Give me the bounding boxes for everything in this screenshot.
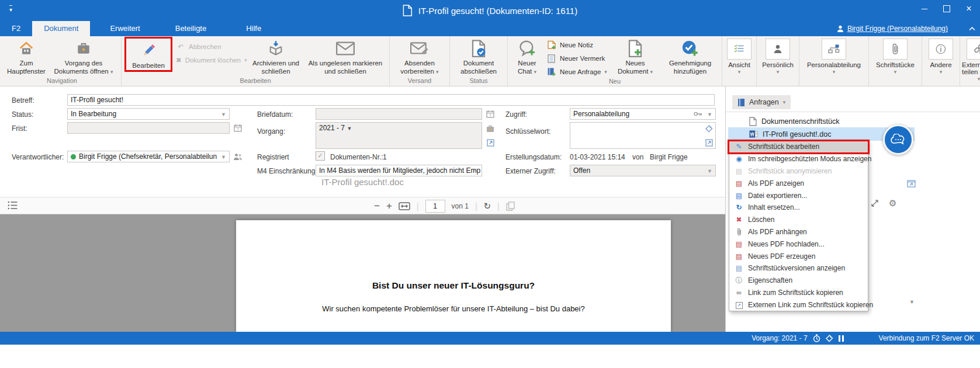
chevron-down-icon: ▾ bbox=[978, 76, 980, 82]
zum-hauptfenster-button[interactable]: Zum Hauptfenster bbox=[5, 36, 48, 75]
rotate-button[interactable]: ↻ bbox=[484, 201, 491, 211]
menu-item-neues-pdf-erzeugen[interactable]: ▤ Neues PDF erzeugen bbox=[729, 250, 868, 262]
ai-assistant-fab[interactable] bbox=[883, 124, 913, 155]
calendar-icon[interactable]: 7 bbox=[233, 123, 243, 133]
stopwatch-icon[interactable] bbox=[813, 334, 820, 342]
envelope-icon bbox=[336, 39, 355, 58]
menu-item-link-kopieren[interactable]: ∞ Link zum Schriftstück kopieren bbox=[729, 287, 868, 299]
current-user-link[interactable]: Birgit Frigge (Personalabteilung) bbox=[837, 25, 948, 33]
ansicht-button[interactable]: Ansicht ▾ bbox=[724, 36, 754, 75]
expand-preview-icon[interactable] bbox=[871, 199, 879, 207]
registriert-checkbox[interactable]: ✓ bbox=[316, 151, 325, 161]
vorgang-oeffnen-button[interactable]: Vorgang des Dokuments öffnen ▾ bbox=[48, 36, 119, 75]
neuer-chat-button[interactable]: Neuer Chat ▾ bbox=[510, 36, 545, 75]
panel-scroll-down-icon[interactable]: ▼ bbox=[909, 299, 915, 305]
minimize-button[interactable]: ─ bbox=[913, 0, 936, 18]
preview-settings-gear-icon[interactable]: ⚙ bbox=[889, 199, 896, 207]
tab-f2[interactable]: F2 bbox=[0, 21, 32, 36]
neue-anfrage-button[interactable]: Neue Anfrage ▾ bbox=[545, 67, 610, 77]
dokument-loeschen-button[interactable]: ✖ Dokument löschen ▾ bbox=[174, 55, 248, 65]
betreff-input[interactable]: IT-Profil gesucht! bbox=[67, 94, 715, 106]
calendar-icon[interactable]: 7 bbox=[486, 109, 495, 119]
pause-icon[interactable] bbox=[839, 335, 844, 342]
menu-item-anonymisieren[interactable]: ▤ Schriftstück anonymisieren bbox=[729, 165, 868, 178]
fit-width-button[interactable] bbox=[399, 202, 410, 210]
persoenlich-button[interactable]: Persönlich ▾ bbox=[759, 36, 797, 75]
menu-item-als-pdf-anhaengen[interactable]: Als PDF anhängen bbox=[729, 226, 868, 238]
status-select[interactable]: In Bearbeitung▼ bbox=[67, 108, 230, 120]
preview-toolbar: − + | 1 von 1 | ↻ | bbox=[0, 197, 725, 214]
neue-notiz-button[interactable]: Neue Notiz bbox=[545, 40, 610, 50]
thumbnail-list-icon[interactable] bbox=[8, 201, 18, 210]
menu-item-als-pdf-anzeigen[interactable]: ▤ Als PDF anzeigen bbox=[729, 177, 868, 189]
briefdatum-input[interactable] bbox=[316, 108, 482, 120]
open-external-icon[interactable] bbox=[704, 138, 714, 147]
metadata-form: Betreff: IT-Profil gesucht! Status: In B… bbox=[0, 86, 725, 197]
ribbon-group-status: Dokument abschließen Status bbox=[450, 36, 508, 86]
archivieren-button[interactable]: Archivieren und schließen bbox=[248, 36, 303, 75]
tag-icon[interactable] bbox=[704, 124, 714, 133]
erstellungsdatum-von: von bbox=[632, 153, 643, 161]
menu-item-inhalt-ersetzen[interactable]: ↻ Inhalt ersetzen... bbox=[729, 202, 868, 214]
pencil-icon: ✎ bbox=[735, 143, 743, 151]
chevron-down-icon: ▼ bbox=[473, 166, 479, 176]
genehmigung-button[interactable]: Genehmigung hinzufügen bbox=[660, 36, 720, 75]
ribbon-group-persoenlich: Persönlich ▾ bbox=[757, 36, 799, 86]
copy-pages-icon[interactable] bbox=[506, 202, 515, 211]
page-number-input[interactable]: 1 bbox=[425, 200, 445, 213]
collapse-ribbon-icon[interactable] bbox=[969, 27, 975, 31]
menu-item-schreibgeschuetzt[interactable]: ◉ Im schreibgeschützten Modus anzeigen bbox=[729, 153, 868, 165]
menu-item-versionen-anzeigen[interactable]: ▤ Schriftstückversionen anzeigen bbox=[729, 262, 868, 275]
f2-document-window: ▾ IT-Profil gesucht! (Dokumenten-ID: 161… bbox=[0, 0, 980, 368]
ribbon-group-extern-teilen: Extern teilen ▾ bbox=[960, 36, 980, 86]
menu-item-eigenschaften[interactable]: ⓘ Eigenschaften bbox=[729, 275, 868, 287]
ribbon: Zum Hauptfenster Vorgang des Dokuments ö… bbox=[0, 36, 980, 86]
neues-dokument-button[interactable]: Neues Dokument ▾ bbox=[610, 36, 660, 75]
button-label: Neues Dokument ▾ bbox=[612, 60, 658, 75]
vorgang-box[interactable]: 2021 - 7 ▼ bbox=[316, 122, 482, 149]
ribbon-group-bearbeiten: Bearbeiten ↶ Abbrechen ✖ Dokument lösche… bbox=[122, 36, 390, 86]
people-icon[interactable] bbox=[233, 152, 243, 161]
abbrechen-button[interactable]: ↶ Abbrechen bbox=[174, 41, 248, 52]
menu-item-neues-pdf-hochladen[interactable]: ▤ Neues PDF hochladen... bbox=[729, 238, 868, 250]
menu-item-externen-link-kopieren[interactable]: ↗ Externen Link zum Schriftstück kopiere… bbox=[729, 298, 868, 311]
ai-brain-icon bbox=[891, 134, 906, 146]
andere-button[interactable]: ⓘ Andere ▾ bbox=[924, 36, 958, 75]
ungelesen-button[interactable]: Als ungelesen markieren und schließen bbox=[303, 36, 387, 75]
maximize-button[interactable] bbox=[936, 0, 958, 18]
chevron-down-icon: ▾ bbox=[604, 69, 607, 75]
tab-beteiligte[interactable]: Beteiligte bbox=[164, 21, 218, 36]
open-external-icon[interactable] bbox=[486, 138, 495, 147]
absenden-button[interactable]: Absenden vorbereiten ▾ bbox=[392, 36, 448, 75]
tab-dokument[interactable]: Dokument bbox=[32, 21, 90, 36]
menu-item-loeschen[interactable]: ✖ Löschen bbox=[729, 214, 868, 226]
bearbeiten-button[interactable]: Bearbeiten bbox=[126, 39, 171, 70]
abschliessen-button[interactable]: Dokument abschließen bbox=[452, 36, 505, 75]
extern-teilen-button[interactable]: Extern teilen ▾ bbox=[962, 36, 980, 82]
tab-erweitert[interactable]: Erweitert bbox=[98, 21, 151, 36]
quick-access-toolbar-icon[interactable]: ▾ bbox=[9, 5, 12, 13]
zugriff-input[interactable]: Personalabteilung ▼ bbox=[570, 108, 716, 120]
statusbar-vorgang[interactable]: Vorgang: 2021 - 7 bbox=[752, 334, 807, 342]
schluesselwort-box[interactable] bbox=[570, 122, 716, 149]
panel-filter-button[interactable]: Anfragen ▾ bbox=[732, 95, 791, 109]
tab-hilfe[interactable]: Hilfe bbox=[234, 21, 273, 36]
neuer-vermerk-button[interactable]: Neuer Vermerk bbox=[545, 53, 610, 64]
zoom-out-button[interactable]: − bbox=[374, 200, 380, 212]
button-label: Ansicht bbox=[728, 61, 750, 68]
tag-icon[interactable] bbox=[826, 335, 833, 342]
personalabteilung-button[interactable]: Personalabteilung ▾ bbox=[801, 36, 867, 75]
case-icon[interactable] bbox=[486, 124, 495, 133]
frist-input[interactable] bbox=[67, 122, 230, 134]
close-button[interactable]: × bbox=[958, 0, 980, 18]
verantwortlicher-select[interactable]: Birgit Frigge (Chefsekretär, Personalabt… bbox=[67, 151, 230, 162]
menu-item-schriftstueck-bearbeiten[interactable]: ✎ Schriftstück bearbeiten bbox=[729, 141, 868, 153]
attachment-item-dokumentenschriftstueck[interactable]: Dokumentenschriftstück bbox=[726, 115, 839, 128]
externer-zugriff-select[interactable]: Offen▼ bbox=[570, 165, 716, 176]
schriftstuecke-button[interactable]: Schriftstücke ▾ bbox=[871, 36, 920, 75]
zoom-in-button[interactable]: + bbox=[386, 200, 392, 212]
open-preview-window-icon[interactable] bbox=[907, 180, 916, 188]
m4-select[interactable]: In M4 Basis werden für Mitglieder, jedoc… bbox=[316, 165, 482, 176]
undo-icon: ↶ bbox=[176, 43, 185, 51]
menu-item-datei-exportieren[interactable]: ▤ Datei exportieren... bbox=[729, 189, 868, 202]
